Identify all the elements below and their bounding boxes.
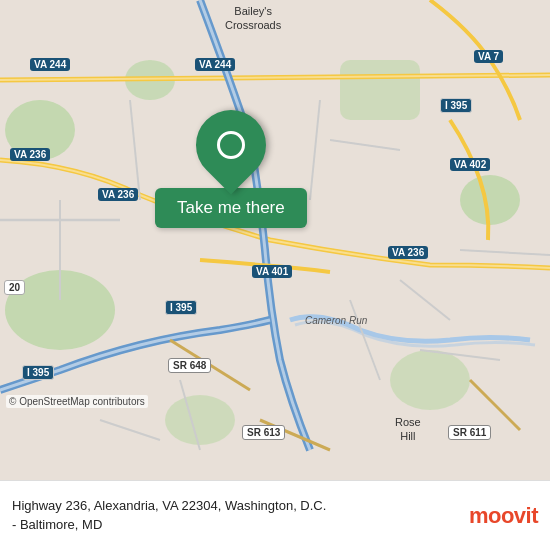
pin-button-container[interactable]: Take me there (155, 110, 307, 228)
moovit-text-label: moovit (469, 503, 538, 528)
road-label-sr613: SR 613 (242, 425, 285, 440)
address-label: Highway 236, Alexandria, VA 22304, Washi… (12, 498, 326, 531)
bottom-bar: Highway 236, Alexandria, VA 22304, Washi… (0, 480, 550, 550)
road-label-i395-2: I 395 (165, 300, 197, 315)
road-label-va236-3: VA 236 (388, 246, 428, 259)
map-svg (0, 0, 550, 480)
road-label-va401: VA 401 (252, 265, 292, 278)
road-label-i395-3: I 395 (22, 365, 54, 380)
road-label-20: 20 (4, 280, 25, 295)
pin-circle (217, 131, 245, 159)
road-label-sr648: SR 648 (168, 358, 211, 373)
place-label-cameron-run: Cameron Run (305, 315, 367, 326)
moovit-logo-text: mmoovit (469, 505, 538, 527)
road-label-va236-2: VA 236 (98, 188, 138, 201)
road-label-va402: VA 402 (450, 158, 490, 171)
address-text: Highway 236, Alexandria, VA 22304, Washi… (12, 497, 326, 533)
place-label-crossroads: Bailey'sCrossroads (225, 4, 281, 33)
svg-rect-5 (340, 60, 420, 120)
map-container: VA 244 VA 244 VA 236 VA 236 VA 236 VA 40… (0, 0, 550, 480)
svg-point-4 (390, 350, 470, 410)
svg-point-3 (460, 175, 520, 225)
svg-point-7 (165, 395, 235, 445)
map-pin[interactable] (181, 96, 280, 195)
moovit-logo: mmoovit (469, 505, 538, 527)
road-label-i395-1: I 395 (440, 98, 472, 113)
place-label-rose-hill: RoseHill (395, 415, 421, 444)
road-label-va236-1: VA 236 (10, 148, 50, 161)
road-label-va244-1: VA 244 (30, 58, 70, 71)
osm-attribution: © OpenStreetMap contributors (6, 395, 148, 408)
road-label-va7: VA 7 (474, 50, 503, 63)
road-label-va244-2: VA 244 (195, 58, 235, 71)
road-label-sr611: SR 611 (448, 425, 491, 440)
